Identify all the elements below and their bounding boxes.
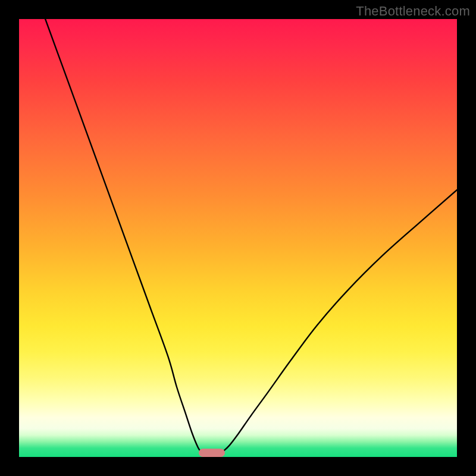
right-curve <box>223 190 457 452</box>
chart-frame: TheBottleneck.com <box>0 0 476 476</box>
left-curve <box>45 19 201 452</box>
curves-svg <box>19 19 457 457</box>
watermark-text: TheBottleneck.com <box>356 4 470 19</box>
plot-area <box>19 19 457 457</box>
bottleneck-range-marker <box>199 449 225 457</box>
